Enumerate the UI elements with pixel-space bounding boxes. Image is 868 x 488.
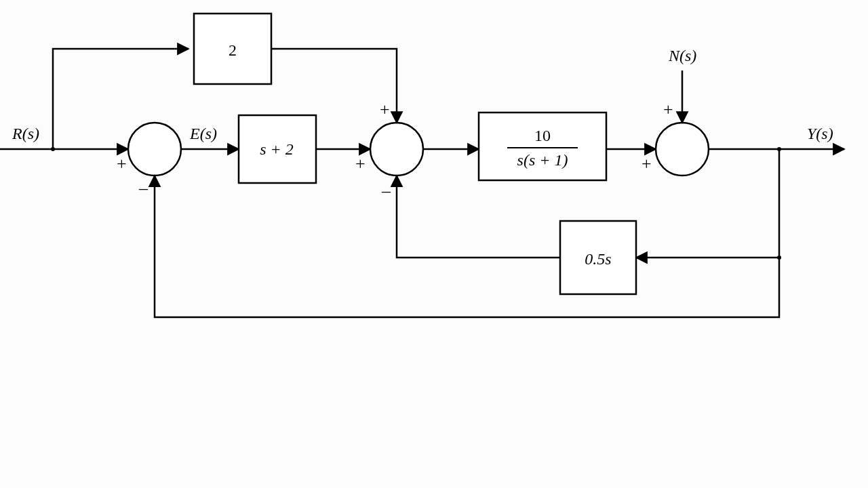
plant-denominator: s(s + 1) [517,151,568,169]
sum2-sign-left: + [355,154,366,174]
sum2-sign-top: + [380,100,390,119]
error-label: E(s) [189,125,217,142]
disturbance-label: N(s) [668,47,696,64]
controller-tf: s + 2 [260,140,294,158]
svg-point-10 [777,256,781,260]
summing-junction-2 [370,123,423,176]
sum3-sign-top: + [663,100,673,119]
output-label: Y(s) [807,125,833,142]
feedforward-gain: 2 [229,41,237,59]
plant-numerator: 10 [534,127,551,144]
summing-junction-3 [656,123,709,176]
sum2-sign-bottom: – [381,181,391,201]
inner-feedback-gain: 0.5s [585,250,611,268]
summing-junction-1 [128,123,181,176]
input-label: R(s) [12,125,39,142]
sum3-sign-left: + [642,154,652,174]
block-diagram: R(s) + – E(s) s + 2 + + – 10 s(s + 1) + … [0,0,868,488]
sum1-sign-left: + [117,154,127,174]
plant-block [479,113,606,180]
sum1-sign-bottom: – [138,178,149,198]
